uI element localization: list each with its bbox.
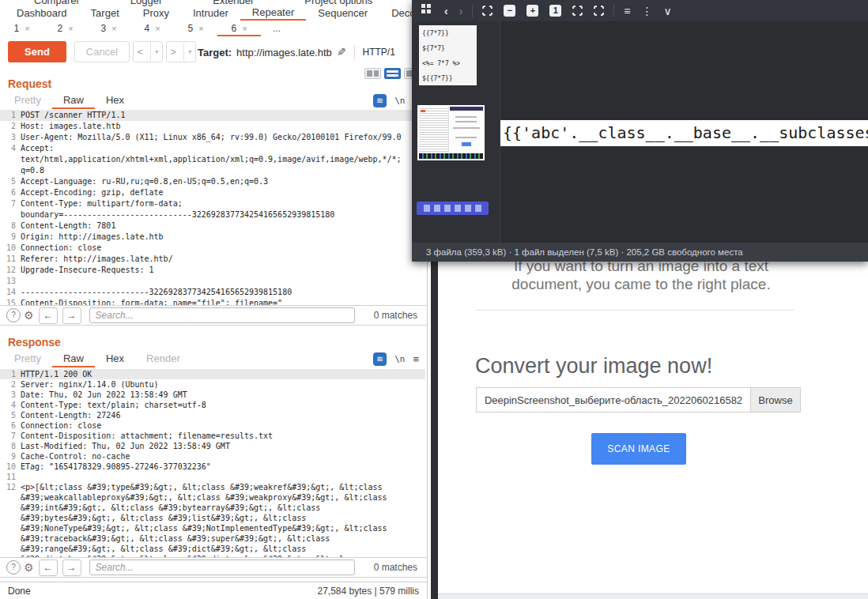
repeater-tab-1[interactable]: 1× bbox=[0, 22, 43, 36]
line-number: 4 bbox=[0, 143, 21, 176]
next-match-button[interactable]: → bbox=[62, 307, 81, 324]
browser-bottom-strip bbox=[438, 593, 868, 599]
code-line: 9 Origin: http://images.late.htb bbox=[0, 232, 425, 243]
layout-columns-button[interactable] bbox=[364, 68, 381, 79]
line-text: Connection: close bbox=[21, 420, 425, 431]
zoom-in-icon[interactable]: + bbox=[526, 5, 538, 17]
show-newlines-icon[interactable]: \n bbox=[394, 96, 405, 106]
syntax-highlight-icon[interactable]: ≋ bbox=[373, 352, 387, 366]
zoom-out-icon[interactable]: − bbox=[504, 5, 515, 17]
close-icon[interactable]: × bbox=[198, 24, 203, 33]
convert-heading: Convert your image now! bbox=[475, 354, 712, 379]
ssti-text-file-thumbnail[interactable]: {{7*7}} ${7*7} <%= 7*7 %> ${{7*7}} bbox=[419, 25, 477, 85]
prev-match-button[interactable]: ← bbox=[39, 307, 58, 324]
fit-width-icon[interactable] bbox=[572, 6, 583, 16]
tab-proxy[interactable]: Proxy bbox=[131, 6, 181, 20]
repeater-tab-5[interactable]: 5× bbox=[174, 22, 217, 36]
code-line: 15 Content-Disposition: form-data; name=… bbox=[0, 298, 425, 305]
tab-raw[interactable]: Raw bbox=[52, 92, 95, 109]
viewer-canvas[interactable]: {{'abc'.__class__.__base__.__subclasses_… bbox=[500, 21, 868, 243]
tab-pretty[interactable]: Pretty bbox=[3, 92, 52, 109]
prev-match-button[interactable]: ← bbox=[39, 559, 58, 576]
repeater-tab-3[interactable]: 3× bbox=[87, 22, 130, 36]
screenshot-thumbnail[interactable] bbox=[417, 105, 485, 160]
send-button[interactable]: Send bbox=[8, 41, 66, 62]
tab-hex[interactable]: Hex bbox=[95, 92, 135, 109]
next-match-button[interactable]: → bbox=[62, 559, 81, 576]
line-number: 10 bbox=[0, 461, 21, 472]
scan-image-button[interactable]: SCAN IMAGE bbox=[591, 433, 686, 465]
line-number: 11 bbox=[0, 254, 21, 265]
close-icon[interactable]: × bbox=[68, 24, 73, 33]
line-number: 12 bbox=[0, 265, 21, 276]
gear-icon[interactable]: ⚙ bbox=[24, 561, 34, 574]
repeater-tab-6[interactable]: 6× bbox=[217, 22, 261, 36]
expand-icon[interactable] bbox=[594, 6, 604, 16]
syntax-highlight-icon[interactable]: ≋ bbox=[373, 94, 387, 107]
history-back-button[interactable]: <▾ bbox=[133, 41, 163, 62]
target-bar: Target: http://images.late.htb ✎ HTTP/1 bbox=[198, 38, 395, 66]
editor-menu-icon[interactable]: ≡ bbox=[413, 353, 419, 365]
line-text: Content-Disposition: form-data; name="fi… bbox=[21, 298, 425, 305]
line-number: 8 bbox=[0, 220, 21, 232]
line-text: Content-Length: 7801 bbox=[21, 220, 425, 232]
line-number: 2 bbox=[0, 379, 21, 390]
repeater-tab-4[interactable]: 4× bbox=[130, 22, 174, 36]
code-line: 3 Date: Thu, 02 Jun 2022 13:58:49 GMT bbox=[0, 390, 425, 400]
close-icon[interactable]: × bbox=[111, 24, 116, 33]
repeater-tab-more[interactable]: ... bbox=[261, 22, 292, 36]
close-icon[interactable]: × bbox=[155, 24, 160, 33]
line-number: 9 bbox=[0, 232, 21, 243]
line-text: HTTP/1.1 200 OK bbox=[21, 369, 425, 379]
tab-render[interactable]: Render bbox=[135, 350, 191, 367]
kebab-menu-icon[interactable]: ⋮ bbox=[642, 5, 653, 17]
tab-dashboard[interactable]: Dashboard bbox=[5, 6, 79, 20]
browse-button[interactable]: Browse bbox=[750, 388, 800, 412]
selected-file-name: DeepinScreenshot_выберите-область_202206… bbox=[477, 388, 750, 412]
chevron-down-icon[interactable]: ∨ bbox=[664, 5, 672, 17]
close-icon[interactable]: × bbox=[242, 24, 247, 33]
tab-hex[interactable]: Hex bbox=[95, 350, 135, 367]
tab-intruder[interactable]: Intruder bbox=[181, 6, 240, 20]
divider bbox=[472, 5, 473, 17]
fit-window-icon[interactable] bbox=[482, 6, 492, 16]
zoom-original-icon[interactable]: 1 bbox=[549, 5, 561, 17]
history-forward-button[interactable]: >▾ bbox=[166, 41, 196, 62]
request-panel-title: Request bbox=[8, 77, 51, 90]
selected-text-strip-thumbnail[interactable] bbox=[417, 202, 489, 215]
file-upload-field[interactable]: DeepinScreenshot_выберите-область_202206… bbox=[476, 387, 801, 413]
dropdown-caret-icon[interactable]: ▾ bbox=[183, 43, 191, 61]
close-icon[interactable]: × bbox=[25, 24, 29, 33]
cancel-button[interactable]: Cancel bbox=[74, 41, 130, 62]
thumb-webpage-pane bbox=[450, 107, 483, 152]
code-line: 11 Referer: http://images.late.htb/ bbox=[0, 254, 425, 265]
edit-pencil-icon[interactable]: ✎ bbox=[337, 46, 346, 58]
tab-sequencer[interactable]: Sequencer bbox=[306, 6, 379, 20]
help-icon[interactable]: ? bbox=[6, 308, 21, 322]
tab-target[interactable]: Target bbox=[79, 6, 131, 20]
tab-repeater[interactable]: Repeater bbox=[240, 6, 306, 21]
next-image-icon[interactable]: › bbox=[459, 5, 463, 17]
thumb-taskbar bbox=[419, 153, 483, 159]
show-newlines-icon[interactable]: \n bbox=[394, 354, 405, 364]
line-text: POST /scanner HTTP/1.1 bbox=[21, 110, 425, 121]
http-version-label[interactable]: HTTP/1 bbox=[363, 47, 395, 58]
layout-rows-button[interactable] bbox=[384, 68, 401, 79]
line-number: 11 bbox=[0, 472, 21, 482]
list-view-icon[interactable]: ≡ bbox=[624, 5, 630, 17]
prev-image-icon[interactable]: ‹ bbox=[444, 5, 448, 17]
repeater-tab-2[interactable]: 2× bbox=[43, 22, 87, 36]
code-line: 8 Last-Modified: Thu, 02 Jun 2022 13:58:… bbox=[0, 441, 425, 451]
response-editor[interactable]: 1 HTTP/1.1 200 OK 2 Server: nginx/1.14.0… bbox=[0, 369, 425, 557]
help-icon[interactable]: ? bbox=[6, 560, 21, 575]
request-search-input[interactable] bbox=[89, 307, 355, 323]
line-text: Content-Type: multipart/form-data; bound… bbox=[21, 198, 425, 220]
response-search-input[interactable] bbox=[89, 559, 355, 575]
tab-raw[interactable]: Raw bbox=[52, 350, 95, 367]
dropdown-caret-icon[interactable]: ▾ bbox=[150, 43, 158, 61]
gear-icon[interactable]: ⚙ bbox=[24, 309, 34, 322]
folder-view-icon[interactable] bbox=[421, 4, 425, 8]
request-editor[interactable]: 1 POST /scanner HTTP/1.1 2 Host: images.… bbox=[0, 110, 425, 305]
browser-window: If you want to turn an image into a text… bbox=[431, 254, 868, 599]
tab-pretty[interactable]: Pretty bbox=[3, 350, 52, 367]
